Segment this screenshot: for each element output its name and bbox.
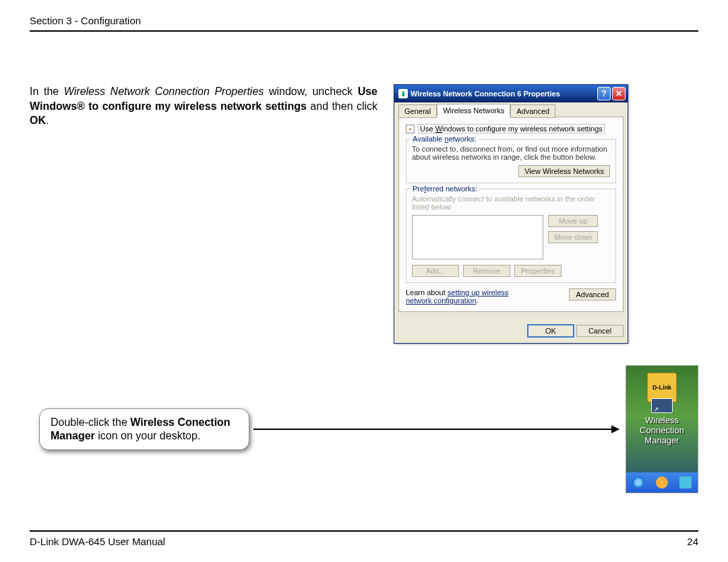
t: icon on your desktop. (95, 430, 201, 441)
available-networks-group: Available networks: To connect to, disco… (406, 139, 616, 183)
help-button[interactable]: ? (597, 87, 611, 100)
t: Wireless Network Connection Properties (64, 86, 264, 97)
tab-advanced[interactable]: Advanced (510, 104, 555, 118)
titlebar[interactable]: ⬇ Wireless Network Connection 6 Properti… (394, 85, 628, 102)
group-text: Automatically connect to available netwo… (412, 195, 610, 211)
close-button[interactable]: ✕ (612, 87, 626, 100)
ie-icon[interactable] (632, 476, 644, 489)
remove-button[interactable]: Remove (463, 265, 510, 277)
t: Double-click the (51, 416, 130, 428)
preferred-networks-list[interactable] (412, 215, 543, 259)
wireless-icon: ⬇ (398, 89, 408, 98)
advanced-button[interactable]: Advanced (569, 288, 616, 301)
t: OK (30, 115, 46, 126)
cancel-button[interactable]: Cancel (576, 325, 624, 337)
shortcut-icon[interactable] (651, 398, 673, 413)
view-wireless-networks-button[interactable]: View Wireless Networks (518, 165, 610, 177)
t: and then click (307, 100, 377, 112)
move-up-button[interactable]: Move up (548, 215, 598, 227)
add-button[interactable]: Add... (412, 265, 459, 277)
properties-button[interactable]: Properties (514, 265, 562, 277)
instruction-text: In the Wireless Network Connection Prope… (30, 84, 377, 128)
tab-wireless-networks[interactable]: Wireless Networks (437, 104, 510, 117)
group-title: Available networks: (411, 135, 479, 143)
msn-icon[interactable] (679, 476, 692, 489)
preferred-networks-group: Preferred networks: Automatically connec… (406, 189, 616, 283)
properties-dialog: ⬇ Wireless Network Connection 6 Properti… (394, 84, 628, 344)
learn-text: Learn about setting up wireless network … (406, 288, 534, 305)
t: . (46, 115, 49, 126)
use-windows-label: Use Windows to configure my wireless net… (418, 124, 605, 133)
player-icon[interactable] (656, 476, 668, 489)
section-header: Section 3 - Configuration (30, 15, 698, 32)
callout: Double-click the Wireless Conection Mana… (39, 408, 249, 450)
t: In the (30, 86, 64, 97)
shortcut-label: Wireless Connection Manager (626, 416, 698, 446)
t: window, uncheck (264, 86, 357, 97)
group-text: To connect to, disconnect from, or find … (412, 145, 610, 161)
group-title: Preferred networks: (411, 185, 479, 193)
ok-button[interactable]: OK (527, 324, 574, 338)
tab-general[interactable]: General (398, 104, 437, 118)
footer-left: D-Link DWA-645 User Manual (30, 536, 165, 547)
arrow-icon (253, 429, 619, 430)
taskbar (626, 472, 698, 493)
desktop-screenshot: D-Link Wireless Connection Manager (626, 365, 698, 493)
move-down-button[interactable]: Move down (548, 231, 598, 243)
page-number: 24 (687, 536, 698, 547)
use-windows-checkbox[interactable]: ▪ (406, 125, 415, 133)
window-title: Wireless Network Connection 6 Properties (411, 90, 596, 98)
